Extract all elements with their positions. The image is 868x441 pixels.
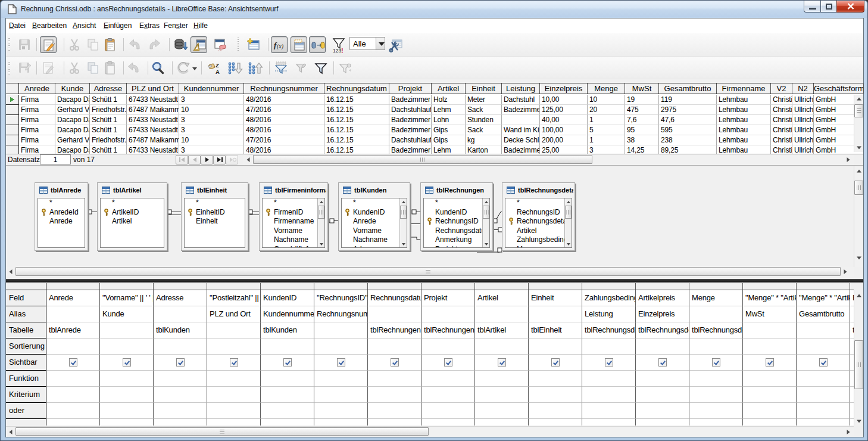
query-horizontal-scrollbar[interactable] [6, 426, 854, 436]
visible-checkbox[interactable] [766, 358, 774, 367]
table-cell[interactable]: 3 [179, 145, 244, 154]
query-cell[interactable] [207, 403, 261, 419]
scroll-right-button[interactable] [841, 267, 850, 277]
table-cell[interactable]: 19 [625, 95, 659, 105]
query-cell[interactable] [261, 403, 314, 419]
query-cell[interactable]: tblRechnungen [368, 322, 421, 338]
query-cell[interactable]: "Postleitzahl" || ' ' || "Ort" [207, 290, 261, 306]
table-cell[interactable]: Firma [19, 145, 55, 154]
query-cell[interactable] [529, 387, 582, 403]
designer-table-titlebar[interactable]: tblRechnungen [421, 183, 492, 198]
query-cell[interactable]: "Menge" * "Artikelpreis" [743, 290, 797, 306]
table-cell[interactable]: Lehm [432, 105, 466, 115]
query-cell[interactable] [261, 387, 314, 403]
query-cell[interactable] [529, 419, 582, 426]
table-cell[interactable]: 16.12.15 [324, 125, 389, 135]
menu-item[interactable]: Einfügen [100, 18, 135, 33]
column-header[interactable]: V2 [771, 83, 792, 94]
query-cell[interactable] [475, 338, 529, 355]
designer-table-titlebar[interactable]: tblRechnungsdeta [502, 183, 574, 198]
scrollbar-thumb[interactable] [253, 155, 592, 164]
query-cell[interactable]: Projekt [421, 290, 475, 306]
visible-checkbox[interactable] [819, 358, 828, 367]
query-column-header[interactable] [368, 283, 421, 290]
query-cell[interactable] [582, 371, 636, 387]
designer-field[interactable]: Geschäftsform [263, 245, 324, 249]
table-cell[interactable]: Karton [466, 145, 502, 154]
scroll-up-button[interactable] [854, 95, 863, 103]
table-cell[interactable]: 67433 Neustadt [127, 125, 179, 135]
query-cell[interactable] [100, 338, 154, 355]
table-cell[interactable]: Ullrich [792, 115, 814, 125]
designer-table[interactable]: tblEinheit * [181, 182, 248, 251]
table-cell[interactable]: Lehmbau [717, 95, 771, 105]
table-cell[interactable]: 238 [659, 135, 717, 145]
scroll-left-button[interactable] [244, 155, 252, 164]
designer-field[interactable]: RechnungsID [505, 208, 572, 218]
query-cell[interactable] [368, 403, 421, 419]
scrollbar-thumb[interactable] [483, 206, 489, 219]
query-cell[interactable] [529, 306, 582, 322]
table-cell[interactable]: Christia [771, 105, 792, 115]
query-cell[interactable] [314, 419, 368, 426]
scroll-up-button[interactable] [400, 198, 407, 205]
query-cell[interactable] [314, 403, 368, 419]
row-header[interactable] [6, 145, 19, 154]
table-cell[interactable]: Christia [771, 135, 792, 145]
column-header[interactable]: Menge [588, 83, 625, 94]
table-cell[interactable] [502, 115, 540, 125]
designer-table-titlebar[interactable]: tblAnrede [35, 183, 88, 198]
column-header[interactable]: Einheit [466, 83, 502, 94]
table-cell[interactable]: 200,00 [540, 135, 588, 145]
table-cell[interactable]: Firma [19, 125, 55, 135]
query-cell[interactable]: tblEinheit [529, 322, 582, 338]
table-cell[interactable]: Badezimmer [389, 125, 432, 135]
query-cell[interactable] [154, 387, 207, 403]
query-cell[interactable] [207, 419, 261, 426]
column-header[interactable]: Einzelpreis [540, 83, 588, 94]
table-cell[interactable]: Stunden [466, 115, 502, 125]
query-cell[interactable] [475, 306, 529, 322]
query-cell[interactable] [797, 403, 850, 419]
table-cell[interactable]: Lehmbau [717, 135, 771, 145]
table-cell[interactable]: Meter [466, 95, 502, 105]
table-cell[interactable]: 67487 Maikammer [127, 105, 179, 115]
visible-checkbox[interactable] [176, 358, 185, 367]
table-cell[interactable]: Schütt 1 [90, 145, 127, 154]
column-header[interactable]: Geschäftsform [814, 83, 864, 94]
column-header[interactable]: Gesamtbrutto [659, 83, 717, 94]
designer-field[interactable]: FirmenID [263, 208, 324, 218]
query-cell[interactable] [582, 419, 636, 426]
column-header[interactable]: Artikel [432, 83, 466, 94]
query-cell[interactable]: Menge [689, 290, 743, 306]
designer-field[interactable]: Artikel [505, 226, 572, 236]
query-cell[interactable] [421, 371, 475, 387]
table-cell[interactable]: 1 [588, 115, 625, 125]
table-cell[interactable]: 10 [588, 95, 625, 105]
table-cell[interactable]: 16.12.15 [324, 95, 389, 105]
table-cell[interactable]: 3 [179, 95, 244, 105]
table-cell[interactable]: 38 [625, 135, 659, 145]
designer-table-titlebar[interactable]: tblArtikel [98, 183, 167, 198]
table-cell[interactable]: Sack [466, 125, 502, 135]
undo-button[interactable] [125, 60, 142, 76]
reset-filter-button[interactable] [336, 60, 353, 76]
query-cell[interactable] [475, 403, 529, 419]
column-header[interactable]: Rechnungsdatum [324, 83, 389, 94]
designer-field[interactable]: KundenID [424, 208, 489, 218]
query-cell[interactable]: Kunde [100, 306, 154, 322]
query-column-header[interactable] [797, 283, 850, 290]
table-cell[interactable]: Lehmbau [717, 145, 771, 154]
table-cell[interactable]: Badezimmer [389, 115, 432, 125]
designer-field[interactable]: Vorname [263, 226, 324, 236]
query-column-header[interactable] [636, 283, 689, 290]
query-properties-button[interactable] [387, 36, 404, 53]
scrollbar-thumb[interactable] [400, 206, 407, 219]
row-header[interactable] [6, 105, 19, 115]
copy-button[interactable] [85, 36, 101, 53]
column-header[interactable]: Kunde [55, 83, 90, 94]
table-cell[interactable]: Christia [771, 95, 792, 105]
column-header[interactable]: MwSt [625, 83, 659, 94]
scroll-down-button[interactable] [565, 241, 572, 247]
table-cell[interactable]: Lehm [432, 145, 466, 154]
